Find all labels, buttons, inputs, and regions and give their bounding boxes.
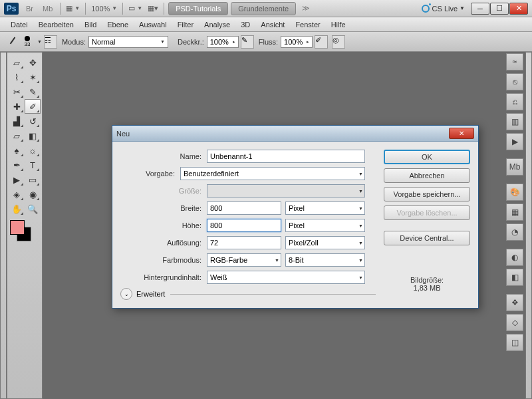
shape-tool[interactable]: ▭	[25, 172, 41, 187]
menu-datei[interactable]: Datei	[5, 19, 33, 30]
colormode-label: Farbmodus:	[120, 256, 207, 264]
resolution-label: Auflösung:	[120, 239, 207, 247]
3d-camera-tool[interactable]: ◉	[25, 187, 41, 201]
stamp-tool[interactable]: ▟	[9, 114, 25, 128]
brush-preset-picker[interactable]: 33	[21, 36, 33, 48]
brush-panel-toggle[interactable]: ☶	[44, 35, 57, 49]
height-unit-select[interactable]: Pixel▼	[285, 219, 365, 232]
cs-live-button[interactable]: CS Live▼	[422, 5, 465, 13]
menu-fenster[interactable]: Fenster	[290, 19, 325, 30]
width-unit-select[interactable]: Pixel▼	[285, 201, 365, 215]
blend-mode-select[interactable]: Normal▼	[88, 36, 168, 48]
advanced-toggle[interactable]: ⌄	[120, 288, 132, 300]
screen-mode-dropdown[interactable]: ▭▼	[126, 3, 145, 14]
minibridge-button[interactable]: Mb	[39, 3, 57, 15]
path-select-tool[interactable]: ▶	[9, 172, 25, 187]
app-logo: Ps	[4, 3, 19, 15]
menu-bild[interactable]: Bild	[79, 19, 102, 30]
airbrush-toggle[interactable]: ✐	[315, 35, 328, 49]
menu-ebene[interactable]: Ebene	[102, 19, 134, 30]
resolution-input[interactable]	[207, 236, 281, 249]
3d-tool[interactable]: ◈	[9, 187, 25, 201]
workspace-tab-grund[interactable]: Grundelemente	[231, 2, 296, 15]
minibridge-panel-icon[interactable]: Mb	[506, 158, 523, 176]
bridge-button[interactable]: Br	[22, 3, 37, 15]
opacity-label: Deckkr.:	[178, 38, 204, 46]
crop-tool[interactable]: ✂	[9, 84, 25, 99]
foreground-swatch[interactable]	[10, 220, 25, 235]
preset-select[interactable]: Benutzerdefiniert▼	[180, 167, 365, 180]
type-tool[interactable]: T	[25, 158, 41, 172]
zoom-dropdown[interactable]: 100%▼	[88, 3, 120, 14]
menu-3d[interactable]: 3D	[235, 19, 255, 30]
save-preset-button[interactable]: Vorgabe speichern...	[384, 187, 470, 201]
cancel-button[interactable]: Abbrechen	[384, 168, 470, 183]
swatches-panel-icon[interactable]: ▦	[506, 203, 523, 221]
brush-tool[interactable]: ✐	[25, 99, 41, 114]
maximize-button[interactable]: ☐	[490, 3, 509, 15]
marquee-tool[interactable]: ✥	[25, 55, 41, 70]
more-workspaces[interactable]: ≫	[298, 2, 314, 15]
styles-panel-icon[interactable]: ◔	[506, 223, 523, 241]
eyedropper-tool[interactable]: ✎	[25, 84, 41, 99]
actions-icon[interactable]: ▶	[506, 133, 523, 150]
tool-preset-icon[interactable]	[5, 35, 19, 49]
name-input[interactable]	[207, 150, 365, 163]
minimize-button[interactable]: ─	[471, 3, 489, 15]
dialog-close-button[interactable]: ✕	[449, 128, 474, 139]
mode-label: Modus:	[62, 38, 86, 46]
workspace-tab-psd[interactable]: PSD-Tutorials	[168, 2, 228, 15]
masks-panel-icon[interactable]: ◐	[506, 249, 523, 266]
wand-tool[interactable]: ✶	[25, 70, 41, 84]
layers-panel-icon[interactable]: ❖	[506, 294, 523, 311]
menu-bearbeiten[interactable]: Bearbeiten	[33, 19, 79, 30]
blur-tool[interactable]: ♠	[9, 143, 25, 158]
height-label: Höhe:	[120, 221, 207, 229]
divider	[170, 294, 376, 295]
cslive-icon	[422, 5, 430, 13]
bitdepth-select[interactable]: 8-Bit▼	[285, 253, 365, 267]
channels-panel-icon[interactable]: ◇	[506, 314, 523, 331]
menu-auswahl[interactable]: Auswahl	[134, 19, 172, 30]
brush-presets-icon[interactable]: ⎋	[506, 73, 523, 90]
move-tool[interactable]: ▱	[9, 55, 25, 70]
adjustments-panel-icon[interactable]: ◧	[506, 269, 523, 286]
paths-panel-icon[interactable]: ◫	[506, 334, 523, 351]
dock-strip-left[interactable]	[0, 52, 7, 399]
opacity-input[interactable]: 100%▸	[207, 36, 239, 48]
adjustments-icon[interactable]: ≈	[506, 53, 523, 70]
menu-ansicht[interactable]: Ansicht	[255, 19, 290, 30]
clone-source-icon[interactable]: ⎌	[506, 93, 523, 110]
tool-presets-icon[interactable]: ▥	[506, 113, 523, 130]
colormode-select[interactable]: RGB-Farbe▼	[207, 253, 281, 267]
dialog-titlebar[interactable]: Neu ✕	[112, 126, 478, 142]
dock-strip-right[interactable]	[525, 52, 532, 399]
dodge-tool[interactable]: ☼	[25, 143, 41, 158]
color-panel-icon[interactable]: 🎨	[506, 184, 523, 201]
resolution-unit-select[interactable]: Pixel/Zoll▼	[285, 236, 365, 249]
arrange-dropdown[interactable]: ▦▼	[63, 3, 82, 14]
extras-dropdown[interactable]: ▦▾	[145, 3, 161, 14]
width-input[interactable]	[207, 201, 281, 215]
eraser-tool[interactable]: ▱	[9, 128, 25, 143]
tablet-pressure-toggle[interactable]: ◎	[332, 35, 345, 49]
app-topbar: Ps Br Mb ▦▼ 100%▼ ▭▼ ▦▾ PSD-Tutorials Gr…	[0, 0, 532, 17]
color-swatches[interactable]	[9, 220, 35, 247]
height-input[interactable]	[207, 219, 281, 232]
close-button[interactable]: ✕	[509, 3, 528, 15]
zoom-tool[interactable]: 🔍	[25, 201, 41, 216]
flow-input[interactable]: 100%▸	[281, 36, 313, 48]
menu-analyse[interactable]: Analyse	[199, 19, 235, 30]
menu-filter[interactable]: Filter	[172, 19, 199, 30]
history-brush-tool[interactable]: ↺	[25, 114, 41, 128]
device-central-button[interactable]: Device Central...	[384, 231, 470, 245]
healing-tool[interactable]: ✚	[9, 99, 25, 114]
gradient-tool[interactable]: ◧	[25, 128, 41, 143]
lasso-tool[interactable]: ⌇	[9, 70, 25, 84]
ok-button[interactable]: OK	[384, 150, 470, 164]
bgcontent-select[interactable]: Weiß▼	[207, 271, 365, 284]
opacity-pressure-toggle[interactable]: ✎	[241, 35, 254, 49]
hand-tool[interactable]: ✋	[9, 201, 25, 216]
pen-tool[interactable]: ✒	[9, 158, 25, 172]
menu-hilfe[interactable]: Hilfe	[326, 19, 351, 30]
